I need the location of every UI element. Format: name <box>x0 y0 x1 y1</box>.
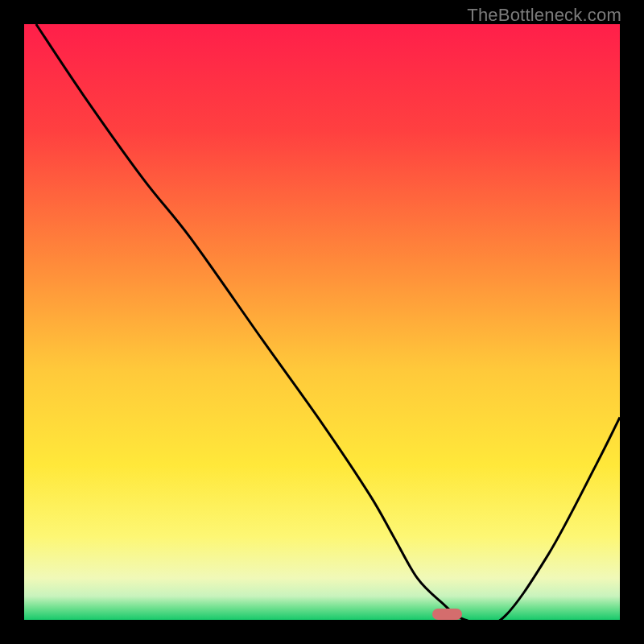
plot-area <box>24 24 620 620</box>
bottleneck-chart <box>24 24 620 620</box>
optimal-indicator <box>432 609 462 620</box>
attribution-label: TheBottleneck.com <box>467 5 621 26</box>
gradient-background <box>24 24 620 620</box>
chart-frame: TheBottleneck.com <box>0 0 644 644</box>
